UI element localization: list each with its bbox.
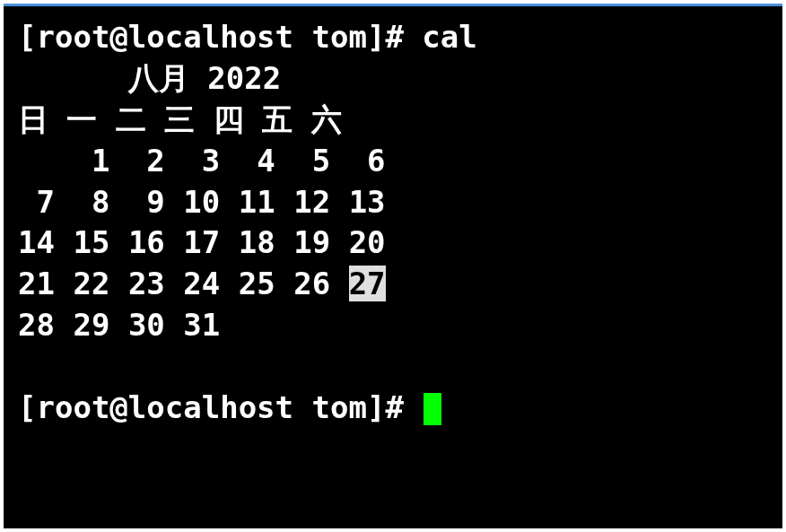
calendar-day: 11 xyxy=(239,184,275,220)
calendar-day: 4 xyxy=(239,143,275,179)
calendar-day: 31 xyxy=(183,307,220,343)
calendar-day: 1 xyxy=(73,143,109,179)
calendar-day: 21 xyxy=(18,266,55,301)
calendar-day: 29 xyxy=(73,307,109,343)
calendar-row: 14 15 16 17 18 19 20 xyxy=(18,222,768,264)
calendar-day: 23 xyxy=(128,266,165,301)
shell-prompt: [root@localhost tom]# xyxy=(18,389,422,425)
blank-line xyxy=(18,346,768,388)
shell-prompt: [root@localhost tom]# xyxy=(18,19,422,55)
calendar-day: 13 xyxy=(349,184,386,220)
calendar-day: 7 xyxy=(18,184,55,220)
calendar-day: 24 xyxy=(183,266,220,301)
calendar-day: 8 xyxy=(73,184,109,220)
calendar-day xyxy=(349,307,386,343)
calendar-day: 20 xyxy=(349,224,386,260)
calendar-weekday-header: 日 一 二 三 四 五 六 xyxy=(18,100,768,141)
prompt-line-1: [root@localhost tom]# cal xyxy=(18,17,768,58)
calendar-day: 5 xyxy=(293,143,330,179)
calendar-day: 12 xyxy=(293,184,330,220)
calendar-row: 21 22 23 24 25 26 27 xyxy=(18,264,768,305)
calendar-day: 10 xyxy=(183,184,220,220)
calendar-day: 6 xyxy=(349,143,386,179)
calendar-day xyxy=(18,143,55,179)
calendar-day: 15 xyxy=(73,224,109,260)
calendar-day: 19 xyxy=(293,224,330,260)
cursor xyxy=(424,393,441,425)
calendar-day: 27 xyxy=(349,266,386,301)
calendar-day: 26 xyxy=(293,266,330,301)
calendar-day: 2 xyxy=(128,143,165,179)
command-text: cal xyxy=(422,19,476,55)
prompt-line-2: [root@localhost tom]# xyxy=(18,388,768,429)
calendar-day: 22 xyxy=(73,266,109,301)
calendar-day: 9 xyxy=(128,184,165,220)
calendar-day: 30 xyxy=(128,307,165,343)
calendar-day: 17 xyxy=(183,224,220,260)
calendar-day: 18 xyxy=(239,224,275,260)
calendar-day xyxy=(293,307,330,343)
calendar-day: 14 xyxy=(18,224,55,260)
calendar-day: 16 xyxy=(128,224,165,260)
calendar-day: 25 xyxy=(239,266,275,301)
terminal-window[interactable]: [root@localhost tom]# cal 八月 2022 日 一 二 … xyxy=(4,4,782,528)
calendar-day: 28 xyxy=(18,307,55,343)
calendar-title: 八月 2022 xyxy=(18,58,768,100)
calendar-row: 1 2 3 4 5 6 xyxy=(18,141,768,182)
calendar-row: 28 29 30 31 xyxy=(18,305,768,346)
calendar-body: 1 2 3 4 5 6 7 8 9 10 11 12 1314 15 16 17… xyxy=(18,141,768,346)
calendar-row: 7 8 9 10 11 12 13 xyxy=(18,182,768,223)
calendar-day xyxy=(239,307,275,343)
calendar-day: 3 xyxy=(183,143,220,179)
